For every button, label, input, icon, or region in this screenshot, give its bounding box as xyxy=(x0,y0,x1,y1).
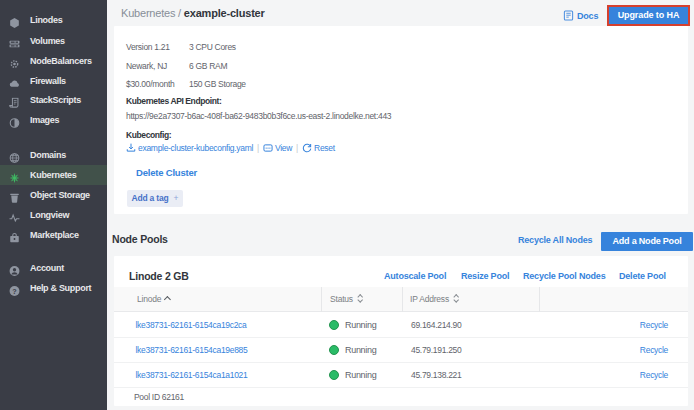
svg-text:?: ? xyxy=(12,287,16,296)
